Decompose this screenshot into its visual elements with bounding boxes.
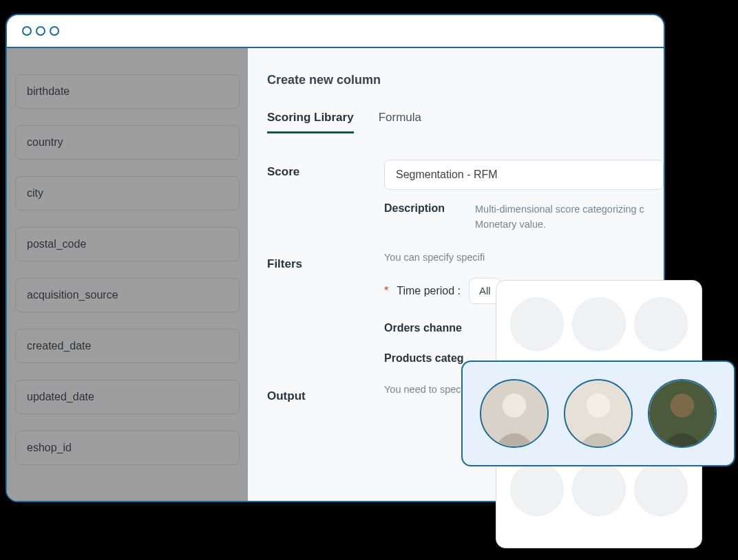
field-item[interactable]: created_date — [15, 329, 240, 363]
tab-scoring-library[interactable]: Scoring Library — [267, 111, 354, 133]
tab-formula[interactable]: Formula — [379, 111, 421, 133]
sidebar: birthdate country city postal_code acqui… — [7, 48, 248, 501]
selected-avatar-row[interactable] — [461, 360, 735, 466]
field-item[interactable]: eshop_id — [15, 431, 240, 465]
tabs: Scoring Library Formula — [267, 111, 664, 133]
field-item[interactable]: updated_date — [15, 380, 240, 414]
avatar — [634, 462, 688, 516]
score-label: Score — [267, 160, 384, 179]
description-label: Description — [384, 202, 445, 215]
window-control-dot[interactable] — [36, 26, 45, 36]
avatar — [510, 297, 564, 351]
panel-title: Create new column — [267, 73, 664, 87]
svg-point-3 — [587, 394, 611, 418]
avatar-selected[interactable] — [648, 379, 717, 448]
avatar-selected[interactable] — [564, 379, 633, 448]
description-text: Multi-dimensional score categorizing c M… — [475, 202, 644, 233]
window-titlebar — [7, 15, 664, 48]
avatar — [572, 297, 626, 351]
svg-point-1 — [503, 394, 527, 418]
field-item[interactable]: country — [15, 125, 240, 160]
avatar — [634, 297, 688, 351]
score-row: Score Segmentation - RFM Description Mul… — [267, 160, 664, 233]
avatar-row — [507, 462, 690, 516]
avatar-selected[interactable] — [480, 379, 549, 448]
filters-label: Filters — [267, 252, 384, 271]
filters-help: You can specify specifi — [384, 252, 664, 263]
required-icon: * — [384, 285, 388, 297]
score-select[interactable]: Segmentation - RFM — [384, 160, 664, 190]
avatar — [510, 462, 564, 516]
window-control-dot[interactable] — [22, 26, 32, 36]
time-period-label: Time period : — [397, 285, 461, 297]
window-control-dot[interactable] — [50, 26, 59, 36]
avatar — [572, 462, 626, 516]
avatar-row — [507, 297, 690, 351]
field-item[interactable]: birthdate — [15, 74, 240, 109]
field-item[interactable]: postal_code — [15, 227, 240, 261]
svg-point-5 — [671, 394, 695, 418]
field-item[interactable]: acquisition_source — [15, 278, 240, 312]
sidebar-fields-list: birthdate country city postal_code acqui… — [7, 48, 248, 490]
output-label: Output — [267, 384, 384, 403]
field-item[interactable]: city — [15, 176, 240, 211]
